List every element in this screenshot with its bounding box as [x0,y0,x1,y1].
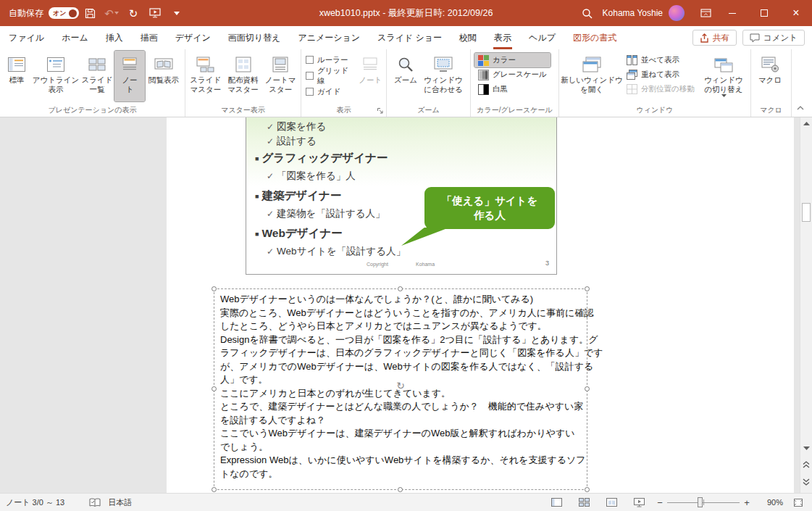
normal-view-button[interactable]: 標準 [1,51,32,101]
reading-view-mini-icon [606,498,617,507]
zoom-slider[interactable] [667,494,740,511]
arrange-all-button[interactable]: 並べて表示 [623,53,698,67]
search-button[interactable] [577,0,598,26]
next-slide-button[interactable] [800,474,812,490]
zoom-slider-thumb[interactable] [698,497,703,507]
scrollbar-thumb[interactable] [802,203,811,222]
user-avatar[interactable] [669,5,685,21]
slide-page-number: 3 [545,259,549,267]
proofing-status-button[interactable] [89,498,101,507]
arrange-all-label: 並べて表示 [641,55,679,65]
slide-bullet-line: ✓設計する [267,135,317,148]
zoom-out-button[interactable]: − [653,494,667,511]
black-white-button[interactable]: 白黒 [474,82,551,96]
close-button[interactable]: × [780,0,812,26]
guides-checkbox[interactable]: ガイド [306,85,356,99]
tab-help[interactable]: ヘルプ [520,26,564,49]
notes-text[interactable]: Webデザイナーというのは一体なんでしょうか？(と、誰かに聞いてみる) 実際のと… [214,289,587,481]
resize-handle[interactable] [212,386,217,391]
outline-view-button[interactable]: アウトライン表示 [32,51,80,101]
tab-review[interactable]: 校閲 [451,26,485,49]
ribbon-display-options-button[interactable] [695,0,716,26]
resize-handle[interactable] [398,286,403,291]
comments-button[interactable]: コメント [742,30,805,46]
resize-handle[interactable] [585,386,590,391]
square-bullet-icon: ■ [255,155,259,162]
view-normal-button[interactable] [543,494,570,511]
reading-view-icon [154,57,173,72]
tab-view[interactable]: 表示 [485,26,520,49]
reading-view-button[interactable]: 閲覧表示 [145,51,183,101]
zoom-in-button[interactable]: + [740,494,754,511]
gridlines-checkbox[interactable]: グリッド線 [306,69,356,83]
redo-button[interactable]: ↻ [122,0,144,26]
grayscale-button[interactable]: グレースケール [474,67,551,82]
vertical-scrollbar[interactable] [800,117,812,493]
slide-image-object[interactable]: ✓図案を作る ✓設計する ■グラフィックデザイナー ✓「図案を作る」人 ■建築デ… [246,117,557,275]
tab-insert[interactable]: 挿入 [97,26,132,49]
quick-access-menu-button[interactable] [166,0,188,26]
handout-master-button[interactable]: 配布資料マスター [225,51,262,101]
previous-slide-button[interactable] [800,457,812,473]
minimize-icon [729,13,736,14]
undo-button[interactable]: ↶ [101,0,122,26]
master-views-body: スライドマスター 配布資料マスター ノートマスター [185,49,301,105]
share-icon [700,33,709,43]
notes-master-button[interactable]: ノートマスター [261,51,299,101]
minimize-button[interactable] [716,0,748,26]
tab-file[interactable]: ファイル [0,26,53,49]
view-slideshow-button[interactable] [625,494,653,511]
slide-sorter-button[interactable]: スライド一覧 [80,51,114,101]
autosave-toggle[interactable]: オン [49,7,79,19]
user-name[interactable]: Kohama Yoshie [603,8,663,18]
view-reading-button[interactable] [598,494,625,511]
resize-handle[interactable] [585,487,590,492]
language-indicator[interactable]: 日本語 [108,497,132,508]
new-window-button[interactable]: 新しいウィンドウを開く [561,51,623,101]
zoom-button[interactable]: ズーム [388,51,423,101]
maximize-button[interactable] [748,0,780,26]
slide-sorter-mini-icon [579,498,590,507]
resize-handle[interactable] [585,286,590,291]
switch-windows-button[interactable]: ウィンドウの切り替え [700,51,748,101]
tab-home[interactable]: ホーム [53,26,97,49]
show-dialog-launcher[interactable] [376,107,385,115]
notes-page-view-button[interactable]: ノート [114,51,145,101]
slide-master-button[interactable]: スライドマスター [187,51,225,101]
tab-animations[interactable]: アニメーション [289,26,369,49]
cascade-button[interactable]: 重ねて表示 [623,67,698,82]
tab-draw[interactable]: 描画 [132,26,167,49]
start-slideshow-button[interactable] [144,0,166,26]
resize-handle[interactable] [212,286,217,291]
redo-icon: ↻ [129,8,138,19]
autosave-state: オン [53,9,66,18]
share-button[interactable]: 共有 [692,30,737,46]
macros-body: マクロ [751,49,791,105]
zoom-level[interactable]: 90% [754,498,783,507]
fit-to-window-button[interactable]: ウィンドウに合わせる [423,51,464,101]
titlebar-right: Kohama Yoshie × [577,0,812,26]
cascade-icon [627,70,637,80]
resize-handle[interactable] [398,487,403,492]
macros-button[interactable]: マクロ [753,51,787,101]
color-button[interactable]: カラー [474,53,551,67]
fit-to-window-mini-icon [792,498,804,507]
tab-shape-format[interactable]: 図形の書式 [564,26,625,49]
checkbox-icon [306,56,314,64]
scroll-up-button[interactable] [800,117,812,130]
collapse-ribbon-button[interactable] [795,104,805,112]
fit-slide-to-window-button[interactable] [787,494,809,511]
slide-bullet-line: ✓「図案を作る」人 [267,170,356,183]
resize-handle[interactable] [212,487,217,492]
slide-number-indicator[interactable]: ノート 3/0 ～ 13 [6,497,64,508]
view-slide-sorter-button[interactable] [570,494,598,511]
ruler-checkbox[interactable]: ルーラー [306,53,356,67]
tab-slideshow[interactable]: スライド ショー [369,26,451,49]
tab-transitions[interactable]: 画面切り替え [219,26,290,49]
notes-page-label: ノート [121,75,139,94]
save-button[interactable] [79,0,101,26]
tab-design[interactable]: デザイン [167,26,219,49]
powerpoint-window: 自動保存 オン ↶ ↻ xweb1010.pptx - 最終更新日時: 2012… [0,0,812,511]
scroll-down-button[interactable] [800,442,812,454]
notes-text-placeholder[interactable]: Webデザイナーというのは一体なんでしょうか？(と、誰かに聞いてみる) 実際のと… [214,288,587,490]
